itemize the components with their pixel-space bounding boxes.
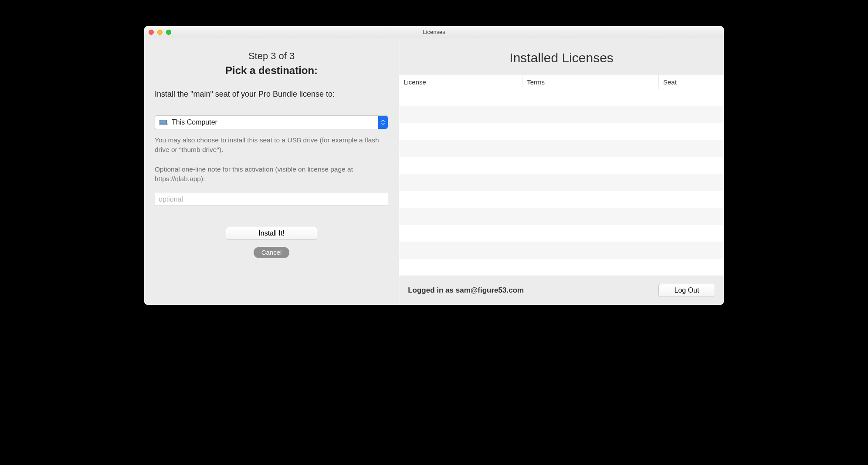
license-table-body	[399, 89, 724, 276]
right-pane: Installed Licenses License Terms Seat Lo…	[399, 38, 724, 305]
window-content: Step 3 of 3 Pick a destination: Install …	[144, 38, 724, 305]
cancel-button[interactable]: Cancel	[254, 247, 290, 258]
svg-rect-1	[160, 120, 167, 124]
help-note: Optional one-line note for this activati…	[155, 165, 388, 184]
logout-button[interactable]: Log Out	[658, 284, 715, 297]
column-seat[interactable]: Seat	[659, 75, 724, 89]
chevron-up-down-icon	[378, 116, 388, 129]
license-table-header: License Terms Seat	[399, 75, 724, 89]
right-footer: Logged in as sam@figure53.com Log Out	[399, 276, 724, 305]
table-row	[399, 89, 724, 106]
logged-in-label: Logged in as sam@figure53.com	[408, 286, 524, 295]
titlebar[interactable]: Licenses	[144, 26, 724, 38]
table-row	[399, 140, 724, 157]
install-button[interactable]: Install It!	[226, 227, 317, 240]
destination-select[interactable]: This Computer	[155, 115, 388, 129]
column-license[interactable]: License	[399, 75, 522, 89]
licenses-window: Licenses Step 3 of 3 Pick a destination:…	[144, 26, 724, 305]
activation-note-input[interactable]	[155, 193, 388, 206]
column-terms[interactable]: Terms	[522, 75, 659, 89]
table-row	[399, 106, 724, 123]
destination-select-label: This Computer	[172, 118, 217, 126]
window-title: Licenses	[144, 29, 724, 35]
table-row	[399, 157, 724, 174]
install-prompt: Install the "main" seat of your Pro Bund…	[155, 90, 388, 99]
step-indicator: Step 3 of 3	[155, 51, 388, 62]
computer-icon	[159, 119, 168, 125]
installed-licenses-heading: Installed Licenses	[399, 38, 724, 75]
table-row	[399, 191, 724, 208]
left-heading: Pick a destination:	[155, 64, 388, 77]
table-row	[399, 208, 724, 225]
svg-rect-2	[159, 124, 168, 125]
table-row	[399, 225, 724, 242]
left-pane: Step 3 of 3 Pick a destination: Install …	[144, 38, 399, 305]
help-usb: You may also choose to install this seat…	[155, 135, 388, 155]
table-row	[399, 123, 724, 140]
table-row	[399, 174, 724, 191]
table-row	[399, 242, 724, 259]
